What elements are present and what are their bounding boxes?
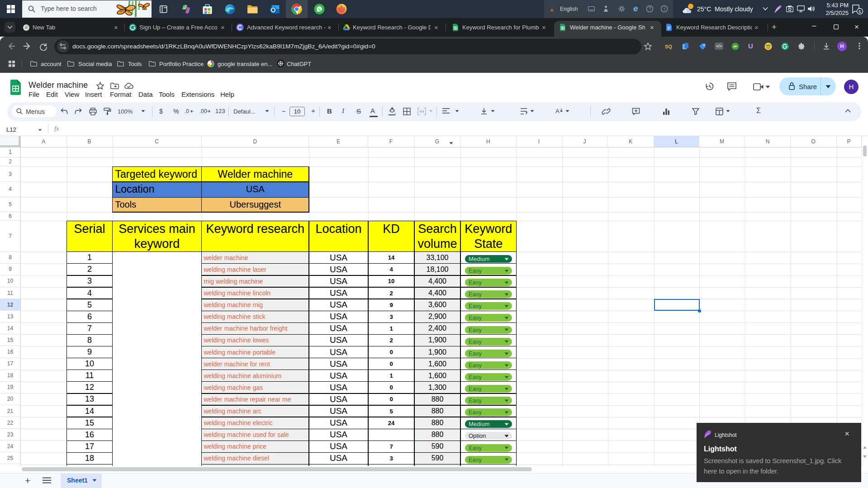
svg-text:A: A: [555, 108, 560, 114]
svg-text:5: 5: [859, 9, 861, 14]
svg-text:.0: .0: [185, 108, 189, 114]
svg-text:i: i: [664, 6, 664, 11]
svg-text:?: ?: [649, 6, 651, 11]
svg-text:.00: .00: [199, 108, 207, 114]
svg-text:SQ: SQ: [665, 44, 672, 49]
